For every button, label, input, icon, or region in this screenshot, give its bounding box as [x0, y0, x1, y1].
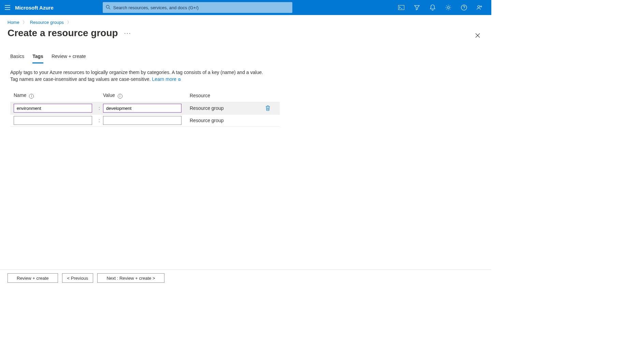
search-placeholder: Search resources, services, and docs (G+… [113, 5, 199, 10]
description-line2-text: Tag names are case-insensitive and tag v… [10, 76, 152, 82]
header-name: Name i [14, 92, 96, 99]
chevron-right-icon: 〉 [67, 20, 71, 25]
description-line2: Tag names are case-insensitive and tag v… [10, 76, 270, 83]
tag-resource-label: Resource group [185, 118, 259, 123]
header-resource: Resource [185, 93, 259, 98]
description-line1: Apply tags to your Azure resources to lo… [10, 69, 270, 76]
tag-row: : Resource group [10, 102, 280, 114]
search-wrap: Search resources, services, and docs (G+… [103, 2, 292, 13]
settings-gear-icon[interactable] [441, 0, 456, 15]
tag-table: Name i Value i Resource : Resource group… [10, 92, 280, 127]
hamburger-menu-icon[interactable] [0, 0, 15, 15]
learn-more-link[interactable]: Learn more ⧉ [152, 76, 181, 82]
cloud-shell-icon[interactable] [394, 0, 409, 15]
tag-table-header: Name i Value i Resource [10, 92, 280, 102]
colon-separator: : [96, 105, 103, 111]
notifications-icon[interactable] [425, 0, 440, 15]
svg-point-3 [447, 6, 449, 9]
chevron-right-icon: 〉 [23, 20, 27, 25]
help-icon[interactable] [457, 0, 472, 15]
previous-button[interactable]: < Previous [62, 273, 93, 283]
tag-value-input[interactable] [103, 116, 182, 125]
feedback-icon[interactable] [472, 0, 487, 15]
breadcrumb-resource-groups[interactable]: Resource groups [30, 20, 64, 25]
tag-name-input[interactable] [14, 104, 92, 113]
search-input[interactable]: Search resources, services, and docs (G+… [103, 2, 292, 13]
info-icon[interactable]: i [118, 94, 122, 99]
close-icon[interactable] [474, 31, 482, 40]
tag-row: : Resource group [10, 114, 280, 127]
review-create-button[interactable]: Review + create [8, 273, 58, 283]
breadcrumb: Home 〉 Resource groups 〉 [0, 15, 491, 26]
top-header: Microsoft Azure Search resources, servic… [0, 0, 491, 15]
tab-review-create[interactable]: Review + create [52, 54, 86, 63]
footer-bar: Review + create < Previous Next : Review… [0, 270, 491, 286]
breadcrumb-home[interactable]: Home [8, 20, 19, 25]
header-icons [394, 0, 491, 15]
next-button[interactable]: Next : Review + create > [97, 273, 164, 283]
delete-tag-icon[interactable] [259, 105, 276, 111]
colon-separator: : [96, 118, 103, 123]
svg-line-1 [109, 8, 110, 9]
tag-name-input[interactable] [14, 116, 92, 125]
svg-rect-2 [399, 5, 404, 10]
more-actions-icon[interactable]: ··· [124, 30, 131, 37]
svg-point-0 [106, 5, 109, 8]
tabs: Basics Tags Review + create [0, 39, 491, 63]
search-icon [106, 5, 111, 11]
svg-point-5 [478, 5, 480, 8]
brand-label[interactable]: Microsoft Azure [15, 5, 58, 11]
tag-value-input[interactable] [103, 104, 182, 113]
tag-resource-label: Resource group [185, 105, 259, 111]
title-row: Create a resource group ··· [0, 26, 491, 39]
tab-basics[interactable]: Basics [10, 54, 24, 63]
description: Apply tags to your Azure resources to lo… [0, 63, 280, 83]
tab-tags[interactable]: Tags [32, 54, 43, 63]
page-title: Create a resource group [8, 28, 118, 39]
external-link-icon: ⧉ [177, 77, 181, 82]
directory-filter-icon[interactable] [409, 0, 424, 15]
header-value: Value i [103, 92, 185, 99]
info-icon[interactable]: i [29, 94, 34, 99]
